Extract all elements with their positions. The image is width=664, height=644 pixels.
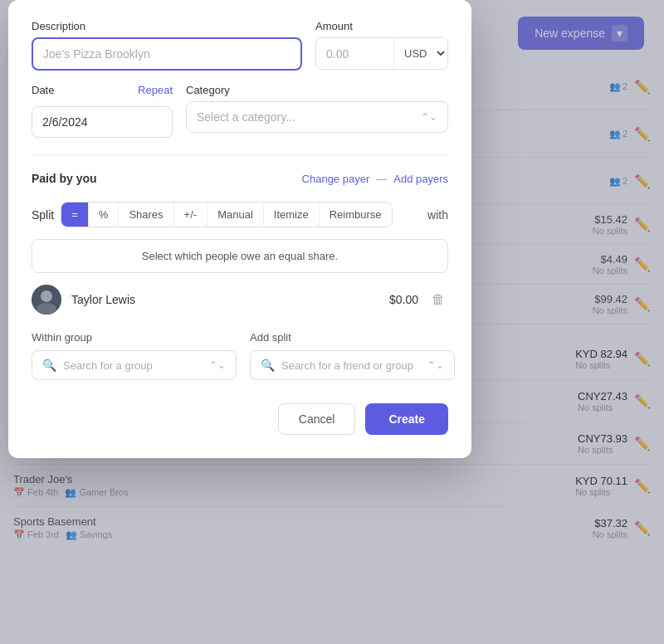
date-input[interactable] [32, 106, 173, 138]
chevron-up-down-icon: ⌃⌄ [421, 111, 437, 123]
category-select[interactable]: Select a category... ⌃⌄ [186, 101, 448, 133]
search-icon: 🔍 [261, 359, 275, 372]
category-group: Category Select a category... ⌃⌄ [186, 84, 448, 138]
within-group-section: Within group 🔍 ⌃⌄ [32, 331, 237, 380]
category-label: Category [186, 84, 448, 96]
group-split-row: Within group 🔍 ⌃⌄ Add split 🔍 ⌃⌄ [32, 331, 448, 380]
svg-point-1 [41, 290, 52, 302]
description-input[interactable] [32, 37, 302, 71]
split-tabs: = % Shares +/- Manual Itemize Reimburse [61, 202, 392, 227]
with-label: with [427, 208, 448, 222]
delete-person-button[interactable]: 🗑 [428, 289, 448, 310]
person-avatar [32, 285, 61, 315]
tab-manual[interactable]: Manual [208, 202, 264, 227]
tab-reimburse[interactable]: Reimburse [320, 202, 392, 227]
repeat-link[interactable]: Repeat [138, 84, 173, 96]
modal-body: Description Amount USD [8, 0, 471, 458]
separator: — [376, 173, 387, 185]
paid-by-row: Paid by you Change payer — Add payers [32, 172, 448, 185]
add-split-label: Add split [250, 331, 455, 344]
chevron-icon: ⌃⌄ [427, 359, 444, 371]
split-label: Split [32, 208, 54, 222]
divider [32, 154, 448, 155]
equal-share-notice: Select which people owe an equal share. [32, 239, 448, 273]
amount-label: Amount [315, 20, 448, 32]
tab-shares[interactable]: Shares [119, 202, 173, 227]
add-split-section: Add split 🔍 ⌃⌄ [250, 331, 455, 380]
description-amount-row: Description Amount USD [32, 20, 448, 71]
split-row: Split = % Shares +/- Manual Itemize Reim… [32, 202, 448, 227]
modal-footer: Cancel Create [32, 403, 448, 435]
date-label-row: Date Repeat [32, 84, 173, 96]
description-label: Description [32, 20, 302, 32]
chevron-icon: ⌃⌄ [209, 359, 226, 371]
within-group-label: Within group [32, 331, 237, 344]
add-payers-link[interactable]: Add payers [393, 173, 448, 185]
search-icon: 🔍 [42, 359, 56, 372]
paid-by-actions: Change payer — Add payers [302, 173, 448, 185]
add-split-input[interactable] [281, 359, 421, 372]
within-group-search[interactable]: 🔍 ⌃⌄ [32, 350, 237, 380]
amount-group: Amount USD [315, 20, 448, 71]
person-amount: $0.00 [389, 293, 418, 306]
date-label: Date [32, 84, 54, 96]
change-payer-link[interactable]: Change payer [302, 173, 370, 185]
tab-plusminus[interactable]: +/- [174, 202, 208, 227]
category-placeholder: Select a category... [197, 110, 295, 124]
expense-modal: Description Amount USD [8, 0, 471, 458]
person-row: Taylor Lewis $0.00 🗑 [32, 285, 448, 315]
cancel-button[interactable]: Cancel [278, 403, 356, 435]
date-category-row: Date Repeat Category Select a category..… [32, 84, 448, 138]
modal-overlay: Description Amount USD [0, 0, 664, 644]
amount-input[interactable] [316, 39, 393, 69]
tab-equal[interactable]: = [61, 202, 89, 227]
amount-input-wrapper: USD [315, 37, 448, 70]
person-name: Taylor Lewis [71, 293, 379, 306]
tab-percent[interactable]: % [89, 202, 120, 227]
paid-by-label: Paid by you [32, 172, 97, 185]
create-button[interactable]: Create [365, 403, 448, 435]
description-group: Description [32, 20, 302, 71]
date-group: Date Repeat [32, 84, 173, 138]
tab-itemize[interactable]: Itemize [264, 202, 320, 227]
within-group-input[interactable] [63, 359, 203, 372]
currency-select[interactable]: USD [393, 38, 447, 69]
add-split-search[interactable]: 🔍 ⌃⌄ [250, 350, 455, 380]
